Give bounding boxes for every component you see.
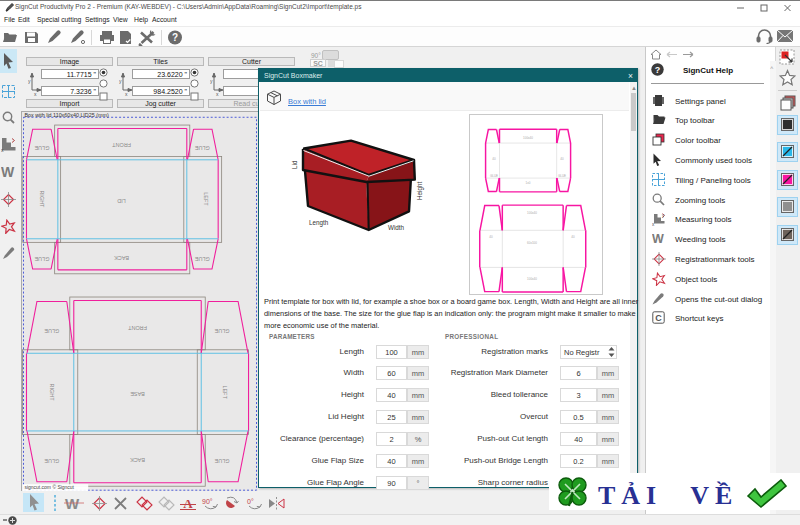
svg-text:GLUE: GLUE [214, 458, 229, 464]
svg-text:W: W [1, 165, 15, 178]
svg-text:y: y [210, 78, 213, 84]
svg-text:90°: 90° [202, 498, 213, 505]
svg-text:0°: 0° [247, 498, 254, 505]
svg-text:BASE: BASE [130, 391, 145, 397]
svg-text:LEFT: LEFT [203, 192, 209, 206]
svg-text:GLUE: GLUE [194, 256, 209, 262]
svg-text:FRONT: FRONT [112, 142, 131, 148]
svg-text:y: y [119, 78, 122, 84]
svg-text:LID: LID [117, 198, 126, 204]
svg-text:Box with lid 110x60x40 LID25 (: Box with lid 110x60x40 LID25 (mm) [24, 112, 108, 118]
svg-text:FRONT: FRONT [127, 325, 146, 331]
svg-text:RIGHT: RIGHT [39, 190, 45, 208]
svg-text:y: y [28, 78, 31, 84]
svg-text:GLUE: GLUE [34, 256, 49, 262]
svg-text:?: ? [172, 32, 178, 43]
svg-text:BACK: BACK [130, 457, 145, 463]
svg-text:RIGHT: RIGHT [49, 384, 55, 402]
svg-text:W: W [652, 232, 664, 244]
svg-text:BACK: BACK [114, 255, 129, 261]
svg-text:GLUE: GLUE [194, 145, 209, 151]
svg-text:GLUE: GLUE [44, 458, 59, 464]
svg-text:signcut.com © Signcut: signcut.com © Signcut [24, 485, 74, 491]
svg-text:W: W [65, 496, 80, 511]
svg-text:GLUE: GLUE [34, 145, 49, 151]
svg-text:GLUE: GLUE [44, 328, 59, 334]
svg-text:C: C [655, 313, 662, 323]
svg-text:LEFT: LEFT [222, 385, 228, 399]
svg-text:GLUE: GLUE [214, 328, 229, 334]
svg-text:A: A [183, 496, 193, 511]
